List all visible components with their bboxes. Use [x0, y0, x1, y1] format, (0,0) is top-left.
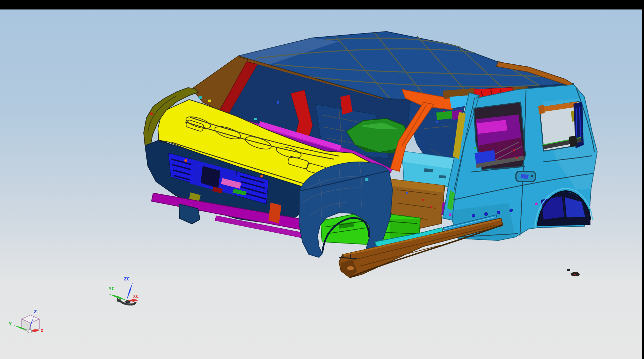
board-tip-glint — [347, 266, 354, 270]
wcs-x-label: XC — [133, 294, 139, 299]
abs-origin-sphere — [28, 330, 32, 333]
car-model[interactable] — [144, 31, 597, 278]
pillar-yellow-clip — [208, 100, 211, 102]
pillar-teal-clip — [199, 96, 202, 99]
tunnel-blue-clip — [406, 192, 408, 194]
abs-x-label: X — [41, 328, 44, 333]
wcs-z-label: ZC — [124, 276, 130, 281]
abs-y-label: Y — [9, 321, 12, 326]
debris-sliver[interactable] — [570, 272, 580, 276]
absolute-triad[interactable]: Z Y X — [9, 309, 44, 333]
cad-application-window: ZC YC XC Z Y X — [0, 0, 644, 359]
sill-bracket — [569, 135, 578, 147]
door-handle[interactable] — [516, 171, 536, 182]
floor-detail — [424, 168, 434, 172]
tunnel-red-clip — [430, 206, 432, 208]
wcs-z-axis-arrow[interactable] — [126, 282, 133, 301]
cowl-cyan-clip — [254, 118, 257, 120]
debris-dot[interactable] — [567, 269, 570, 271]
body-side-rear[interactable] — [452, 85, 597, 240]
orange-clip — [260, 175, 263, 177]
wcs-y-label: YC — [109, 286, 115, 291]
tunnel-red-clip — [422, 199, 424, 201]
quarter-bracket-hook — [538, 105, 545, 114]
fender-red-clip — [150, 112, 153, 115]
handle-dot — [531, 175, 533, 177]
arch-magenta-clip — [535, 203, 538, 205]
fender-cyan-hole — [365, 178, 368, 181]
model-scene: ZC YC XC Z Y X — [0, 0, 644, 359]
window-green-clip — [474, 147, 476, 149]
window-right-bar — [642, 0, 644, 359]
window-top-bar — [0, 0, 644, 9]
debris-fragments[interactable] — [567, 269, 580, 277]
orange-clip — [184, 159, 187, 162]
quarter-window[interactable] — [538, 102, 584, 151]
floor-detail — [439, 175, 446, 178]
window-red-clip — [516, 157, 518, 159]
window-red-clip — [513, 149, 515, 151]
rear-door-window[interactable] — [474, 102, 525, 169]
b-pillar-magenta-clip — [449, 213, 451, 216]
inner-blue-clip — [436, 121, 438, 123]
wcs-triad[interactable]: ZC YC XC — [108, 276, 139, 304]
dash-blue-clip — [277, 101, 279, 104]
abs-z-label: Z — [34, 309, 37, 314]
